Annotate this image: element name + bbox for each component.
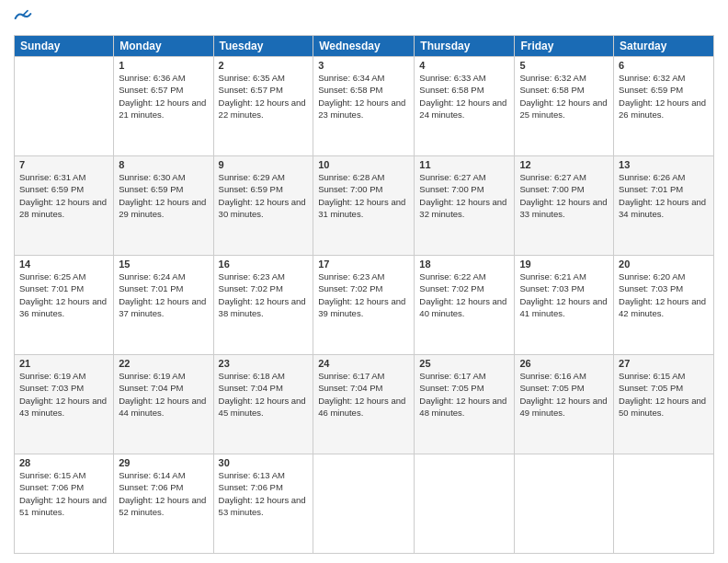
day-info: Sunrise: 6:22 AMSunset: 7:02 PMDaylight:…	[419, 270, 509, 319]
sunrise-text: Sunrise: 6:25 AM	[19, 270, 108, 282]
day-info: Sunrise: 6:13 AMSunset: 7:06 PMDaylight:…	[219, 469, 309, 518]
daylight-text: Daylight: 12 hours and 36 minutes.	[19, 295, 108, 320]
sunrise-text: Sunrise: 6:16 AM	[519, 370, 609, 382]
sunrise-text: Sunrise: 6:27 AM	[419, 171, 509, 183]
sunset-text: Sunset: 6:58 PM	[519, 84, 609, 96]
calendar-cell: 15Sunrise: 6:24 AMSunset: 7:01 PMDayligh…	[114, 256, 213, 355]
calendar-cell: 7Sunrise: 6:31 AMSunset: 6:59 PMDaylight…	[15, 156, 114, 256]
day-number: 17	[318, 259, 409, 270]
daylight-text: Daylight: 12 hours and 32 minutes.	[419, 196, 509, 221]
day-info: Sunrise: 6:21 AMSunset: 7:03 PMDaylight:…	[519, 270, 609, 319]
calendar-header-row: SundayMondayTuesdayWednesdayThursdayFrid…	[15, 36, 714, 57]
sunset-text: Sunset: 6:59 PM	[619, 84, 709, 96]
calendar-cell: 30Sunrise: 6:13 AMSunset: 7:06 PMDayligh…	[213, 454, 313, 554]
calendar-cell: 2Sunrise: 6:35 AMSunset: 6:57 PMDaylight…	[213, 57, 313, 156]
day-header-wednesday: Wednesday	[313, 36, 415, 57]
daylight-text: Daylight: 12 hours and 40 minutes.	[419, 295, 509, 320]
day-number: 29	[119, 457, 208, 468]
calendar-cell: 3Sunrise: 6:34 AMSunset: 6:58 PMDaylight…	[313, 57, 415, 156]
calendar-cell: 4Sunrise: 6:33 AMSunset: 6:58 PMDaylight…	[415, 57, 515, 156]
day-header-tuesday: Tuesday	[213, 36, 313, 57]
daylight-text: Daylight: 12 hours and 21 minutes.	[119, 97, 208, 121]
day-info: Sunrise: 6:35 AMSunset: 6:57 PMDaylight:…	[219, 72, 309, 121]
calendar-cell: 6Sunrise: 6:32 AMSunset: 6:59 PMDaylight…	[614, 57, 714, 156]
day-info: Sunrise: 6:34 AMSunset: 6:58 PMDaylight:…	[318, 72, 409, 121]
week-row-3: 14Sunrise: 6:25 AMSunset: 7:01 PMDayligh…	[15, 256, 714, 355]
sunrise-text: Sunrise: 6:17 AM	[318, 370, 409, 382]
sunset-text: Sunset: 7:03 PM	[519, 282, 609, 294]
calendar-table: SundayMondayTuesdayWednesdayThursdayFrid…	[14, 35, 714, 554]
day-info: Sunrise: 6:24 AMSunset: 7:01 PMDaylight:…	[119, 270, 208, 319]
day-number: 5	[519, 60, 609, 71]
day-header-thursday: Thursday	[415, 36, 515, 57]
sunset-text: Sunset: 6:59 PM	[219, 183, 309, 195]
calendar-cell	[415, 454, 515, 554]
sunrise-text: Sunrise: 6:13 AM	[219, 469, 309, 481]
sunset-text: Sunset: 6:59 PM	[119, 183, 208, 195]
sunrise-text: Sunrise: 6:31 AM	[19, 171, 108, 183]
calendar-cell: 9Sunrise: 6:29 AMSunset: 6:59 PMDaylight…	[213, 156, 313, 256]
calendar-cell: 27Sunrise: 6:15 AMSunset: 7:05 PMDayligh…	[614, 355, 714, 454]
daylight-text: Daylight: 12 hours and 34 minutes.	[619, 196, 709, 221]
day-info: Sunrise: 6:15 AMSunset: 7:06 PMDaylight:…	[19, 469, 108, 518]
calendar-cell: 21Sunrise: 6:19 AMSunset: 7:03 PMDayligh…	[15, 355, 114, 454]
day-info: Sunrise: 6:19 AMSunset: 7:04 PMDaylight:…	[119, 370, 208, 419]
sunset-text: Sunset: 6:57 PM	[119, 84, 208, 96]
day-info: Sunrise: 6:15 AMSunset: 7:05 PMDaylight:…	[619, 370, 709, 419]
sunset-text: Sunset: 7:06 PM	[219, 481, 309, 493]
sunset-text: Sunset: 7:03 PM	[19, 382, 108, 394]
calendar-cell: 11Sunrise: 6:27 AMSunset: 7:00 PMDayligh…	[415, 156, 515, 256]
sunrise-text: Sunrise: 6:34 AM	[318, 72, 409, 84]
day-number: 9	[219, 159, 309, 170]
day-number: 28	[19, 457, 108, 468]
sunset-text: Sunset: 7:05 PM	[619, 382, 709, 394]
calendar-cell: 14Sunrise: 6:25 AMSunset: 7:01 PMDayligh…	[15, 256, 114, 355]
daylight-text: Daylight: 12 hours and 24 minutes.	[419, 97, 509, 121]
day-info: Sunrise: 6:14 AMSunset: 7:06 PMDaylight:…	[119, 469, 208, 518]
calendar-cell: 1Sunrise: 6:36 AMSunset: 6:57 PMDaylight…	[114, 57, 213, 156]
day-number: 1	[119, 60, 208, 71]
calendar-cell: 20Sunrise: 6:20 AMSunset: 7:03 PMDayligh…	[614, 256, 714, 355]
day-number: 10	[318, 159, 409, 170]
sunrise-text: Sunrise: 6:17 AM	[419, 370, 509, 382]
sunrise-text: Sunrise: 6:15 AM	[19, 469, 108, 481]
day-number: 4	[419, 60, 509, 71]
day-number: 19	[519, 259, 609, 270]
calendar-cell	[515, 454, 614, 554]
day-info: Sunrise: 6:33 AMSunset: 6:58 PMDaylight:…	[419, 72, 509, 121]
daylight-text: Daylight: 12 hours and 42 minutes.	[619, 295, 709, 320]
daylight-text: Daylight: 12 hours and 46 minutes.	[318, 395, 409, 419]
day-number: 2	[219, 60, 309, 71]
day-info: Sunrise: 6:17 AMSunset: 7:04 PMDaylight:…	[318, 370, 409, 419]
daylight-text: Daylight: 12 hours and 29 minutes.	[119, 196, 208, 221]
sunrise-text: Sunrise: 6:24 AM	[119, 270, 208, 282]
page: SundayMondayTuesdayWednesdayThursdayFrid…	[0, 0, 728, 563]
daylight-text: Daylight: 12 hours and 52 minutes.	[119, 494, 208, 519]
daylight-text: Daylight: 12 hours and 22 minutes.	[219, 97, 309, 121]
day-number: 16	[219, 259, 309, 270]
calendar-cell: 17Sunrise: 6:23 AMSunset: 7:02 PMDayligh…	[313, 256, 415, 355]
day-info: Sunrise: 6:16 AMSunset: 7:05 PMDaylight:…	[519, 370, 609, 419]
sunrise-text: Sunrise: 6:19 AM	[19, 370, 108, 382]
sunrise-text: Sunrise: 6:32 AM	[619, 72, 709, 84]
sunset-text: Sunset: 7:04 PM	[318, 382, 409, 394]
daylight-text: Daylight: 12 hours and 28 minutes.	[19, 196, 108, 221]
logo-icon	[14, 9, 32, 28]
day-info: Sunrise: 6:32 AMSunset: 6:59 PMDaylight:…	[619, 72, 709, 121]
calendar-cell: 24Sunrise: 6:17 AMSunset: 7:04 PMDayligh…	[313, 355, 415, 454]
week-row-1: 1Sunrise: 6:36 AMSunset: 6:57 PMDaylight…	[15, 57, 714, 156]
calendar-cell: 16Sunrise: 6:23 AMSunset: 7:02 PMDayligh…	[213, 256, 313, 355]
day-number: 20	[619, 259, 709, 270]
calendar-cell: 19Sunrise: 6:21 AMSunset: 7:03 PMDayligh…	[515, 256, 614, 355]
day-info: Sunrise: 6:31 AMSunset: 6:59 PMDaylight:…	[19, 171, 108, 220]
header	[14, 9, 714, 28]
daylight-text: Daylight: 12 hours and 30 minutes.	[219, 196, 309, 221]
day-number: 3	[318, 60, 409, 71]
sunset-text: Sunset: 7:00 PM	[519, 183, 609, 195]
sunset-text: Sunset: 7:01 PM	[19, 282, 108, 294]
sunset-text: Sunset: 6:59 PM	[19, 183, 108, 195]
day-number: 23	[219, 358, 309, 369]
sunrise-text: Sunrise: 6:30 AM	[119, 171, 208, 183]
daylight-text: Daylight: 12 hours and 38 minutes.	[219, 295, 309, 320]
sunrise-text: Sunrise: 6:19 AM	[119, 370, 208, 382]
